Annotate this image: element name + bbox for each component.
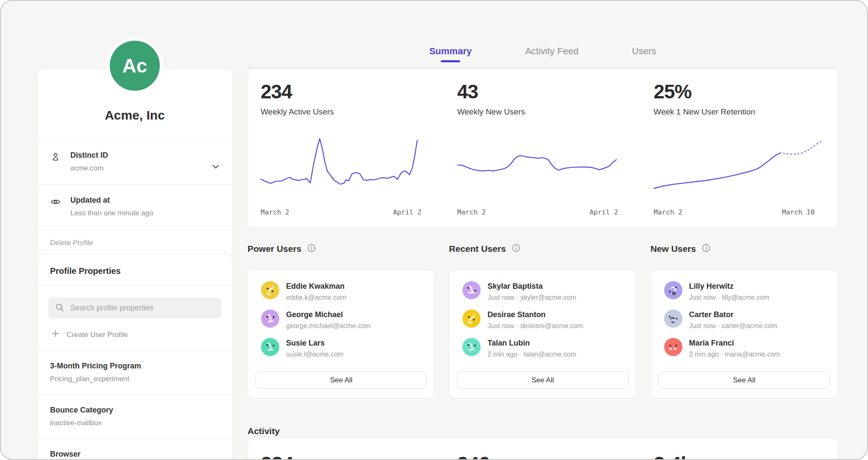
activity-stat-value: 234 [261, 454, 432, 460]
week1-retention-chart [654, 134, 825, 203]
activity-section-title: Activity [248, 426, 280, 436]
see-all-button[interactable]: See All [256, 371, 427, 389]
property-value: Pricing_plan_experiment [50, 375, 220, 383]
activity-stat-value: 940 [457, 454, 629, 460]
user-avatar [261, 338, 279, 356]
tab-users[interactable]: Users [630, 46, 658, 67]
user-row[interactable]: Eddie Kwakman eddie.k@acme.com [256, 281, 427, 301]
user-avatar [664, 281, 682, 299]
user-avatar [261, 309, 279, 328]
search-profile-properties[interactable] [48, 298, 221, 318]
user-row[interactable]: Skylar Baptista Just now · skyler@acme.c… [457, 281, 628, 301]
info-icon[interactable] [512, 243, 521, 255]
stat-value: 43 [457, 82, 629, 101]
x-tick: March 2 [457, 208, 486, 216]
user-row[interactable]: George Michael george.michael@acme.com [256, 309, 427, 330]
user-meta: Just now · skyler@acme.com [487, 294, 576, 301]
stat-label: Weekly New Users [457, 107, 629, 117]
stat-label: Weekly Active Users [261, 107, 432, 117]
user-meta: Just now · lilly@acme.com [689, 294, 770, 301]
user-meta: george.michael@acme.com [286, 322, 370, 330]
user-name: Carter Bator [689, 309, 777, 319]
property-name: Browser [50, 450, 220, 459]
stat-weekly-active-users: 234 Weekly Active Users March 2 April 2 [248, 82, 445, 217]
chevron-down-icon[interactable] [210, 161, 221, 172]
profile-card: Acme, Inc Distinct ID acme.com Up [37, 69, 233, 257]
weekly-new-users-chart [457, 134, 629, 203]
activity-stats-card: 234 940 3.4k [248, 438, 838, 460]
user-row[interactable]: Lilly Herwitz Just now · lilly@acme.com [659, 281, 830, 301]
user-avatar [664, 309, 682, 328]
property-row[interactable]: Bounce Category inactive-mailbox [37, 395, 232, 439]
power-users-section: Power Users Eddie Kwakman eddie.k@acme.c… [248, 243, 435, 399]
user-name: George Michael [286, 309, 370, 319]
user-name: Talan Lubin [487, 338, 576, 348]
stat-value: 234 [261, 82, 432, 101]
distinct-id-value: acme.com [70, 164, 108, 173]
x-tick: March 2 [654, 208, 682, 216]
company-avatar-initials: Ac [122, 54, 147, 77]
property-value: inactive-mailbox [50, 419, 220, 427]
power-users-title: Power Users [248, 244, 301, 254]
distinct-id-row: Distinct ID acme.com [37, 139, 232, 184]
user-avatar [664, 338, 682, 356]
user-meta: susie.l@acme.com [286, 351, 343, 358]
tab-activity-feed[interactable]: Activity Feed [523, 46, 580, 67]
updated-at-value: Less than one minute ago [70, 209, 153, 217]
user-name: Skylar Baptista [487, 281, 576, 291]
stat-label: Week 1 New User Retention [654, 107, 825, 117]
x-tick: March 10 [782, 208, 815, 216]
create-user-profile-button[interactable]: Create User Profile [51, 329, 221, 340]
recent-users-title: Recent Users [449, 244, 506, 254]
stat-weekly-new-users: 43 Weekly New Users March 2 April 2 [445, 82, 641, 217]
user-name: Eddie Kwakman [286, 281, 346, 291]
user-row[interactable]: Talan Lubin 2 min ago · talan@acme.com [457, 338, 628, 358]
user-row[interactable]: Maria Franci 2 min ago · maria@acme.com [659, 338, 830, 358]
updated-at-label: Updated at [70, 196, 153, 205]
distinct-id-label: Distinct ID [70, 151, 108, 160]
see-all-button[interactable]: See All [659, 371, 830, 389]
user-avatar [462, 309, 481, 328]
company-avatar: Ac [106, 37, 163, 94]
recent-users-section: Recent Users Skylar Baptista Just now · … [449, 243, 636, 399]
activity-stat-value: 3.4k [654, 454, 825, 460]
main-content: Summary Activity Feed Users 234 Weekly A… [248, 1, 838, 459]
tab-summary[interactable]: Summary [428, 46, 473, 67]
new-users-section: New Users Lilly Herwitz Just now · lilly… [651, 243, 838, 399]
x-tick: March 2 [261, 208, 289, 216]
user-sections: Power Users Eddie Kwakman eddie.k@acme.c… [248, 243, 838, 399]
property-row[interactable]: 3-Month Pricing Program Pricing_plan_exp… [37, 351, 232, 395]
profile-page: Ac Acme, Inc Distinct ID acme.com [0, 0, 868, 460]
search-input[interactable] [70, 303, 215, 313]
user-meta: 2 min ago · maria@acme.com [689, 351, 780, 358]
weekly-active-users-chart [261, 134, 432, 203]
new-users-card: Lilly Herwitz Just now · lilly@acme.com … [651, 269, 838, 399]
search-icon [55, 302, 65, 314]
user-avatar [462, 338, 481, 356]
see-all-button[interactable]: See All [457, 371, 628, 389]
tab-bar: Summary Activity Feed Users [248, 1, 838, 68]
stat-week1-retention: 25% Week 1 New User Retention March 2 Ma… [641, 82, 837, 217]
profile-properties-card: Profile Properties Create User Profile 3… [37, 254, 233, 460]
user-row[interactable]: Carter Bator Just now · carter@acme.com [659, 309, 830, 330]
user-row[interactable]: Susie Lars susie.l@acme.com [256, 338, 427, 358]
x-tick: April 2 [590, 208, 618, 216]
user-row[interactable]: Desirae Stanton Just now · desirare@acme… [457, 309, 628, 330]
recent-users-card: Skylar Baptista Just now · skyler@acme.c… [449, 269, 636, 399]
user-name: Maria Franci [689, 338, 780, 348]
summary-stats-card: 234 Weekly Active Users March 2 April 2 … [248, 69, 838, 228]
property-name: Bounce Category [50, 406, 220, 415]
updated-at-row: Updated at Less than one minute ago [37, 184, 232, 229]
new-users-title: New Users [651, 244, 696, 254]
plus-icon [51, 329, 60, 340]
user-name: Desirae Stanton [487, 309, 583, 319]
user-name: Susie Lars [286, 338, 343, 348]
stat-value: 25% [654, 82, 825, 101]
create-user-profile-label: Create User Profile [67, 331, 128, 339]
info-icon[interactable] [701, 243, 711, 255]
info-icon[interactable] [307, 243, 316, 255]
property-row[interactable]: Browser Chrome [37, 439, 232, 460]
power-users-card: Eddie Kwakman eddie.k@acme.com George Mi… [248, 269, 435, 399]
delete-profile-button[interactable]: Delete Profile [37, 229, 232, 257]
profile-properties-title: Profile Properties [37, 255, 232, 285]
